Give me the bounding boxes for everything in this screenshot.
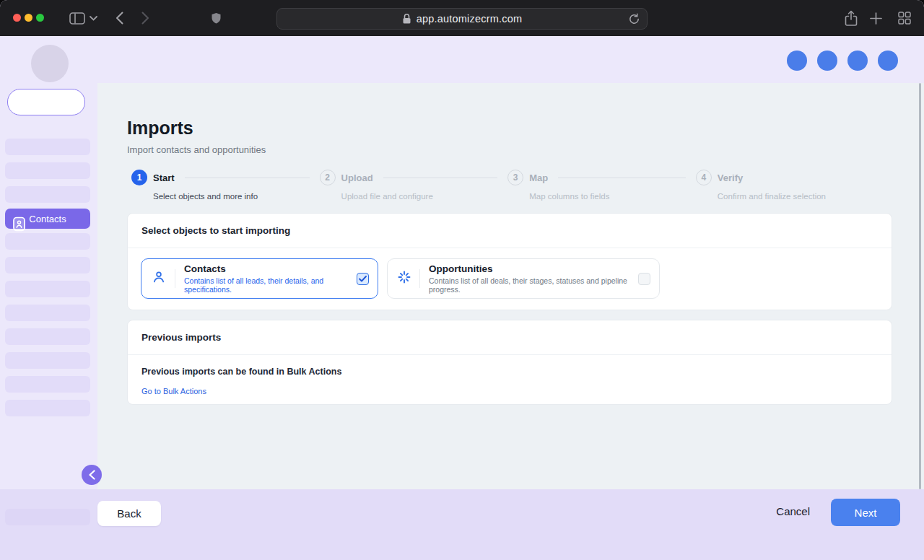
step-verify[interactable]: 4 Verify Confirm and finalize selection xyxy=(696,170,826,201)
sidebar-item-placeholder[interactable] xyxy=(5,186,90,203)
sidebar-item-placeholder[interactable] xyxy=(5,233,90,250)
header-action-dot-1[interactable] xyxy=(787,51,807,71)
step-map[interactable]: 3 Map Map columns to fields xyxy=(507,170,696,201)
browser-window: app.automizecrm.com Contacts xyxy=(0,0,924,560)
cancel-button[interactable]: Cancel xyxy=(776,505,810,517)
page-title: Imports xyxy=(127,118,193,139)
sidebar-item-placeholder[interactable] xyxy=(5,376,90,393)
step-number-badge: 2 xyxy=(320,170,336,185)
step-upload[interactable]: 2 Upload Upload file and configure xyxy=(320,170,508,201)
minimize-window-button[interactable] xyxy=(25,14,32,22)
card-divider xyxy=(175,269,175,288)
sidebar-collapse-button[interactable] xyxy=(82,465,102,485)
privacy-shield-icon[interactable] xyxy=(211,12,222,25)
back-icon[interactable] xyxy=(116,12,123,25)
card-description: Contains list of all deals, their stages… xyxy=(429,276,638,294)
step-connector xyxy=(185,178,310,178)
vertical-scrollbar[interactable] xyxy=(919,83,921,489)
import-stepper: 1 Start Select objects and more info 2 U… xyxy=(131,170,826,201)
card-title: Contacts xyxy=(184,263,357,274)
step-number-badge: 3 xyxy=(507,170,523,185)
close-window-button[interactable] xyxy=(13,14,21,22)
sidebar-item-placeholder[interactable] xyxy=(5,509,90,525)
previous-imports-text: Previous imports can be found in Bulk Ac… xyxy=(141,367,878,377)
step-connector xyxy=(383,178,498,178)
back-button[interactable]: Back xyxy=(97,501,161,526)
sidebar-item-placeholder[interactable] xyxy=(5,400,90,416)
address-bar[interactable]: app.automizecrm.com xyxy=(276,8,648,30)
contacts-object-card[interactable]: Contacts Contains list of all leads, the… xyxy=(141,258,378,299)
card-title: Opportunities xyxy=(429,263,638,274)
sidebar-workspace-button[interactable] xyxy=(7,89,85,115)
select-objects-panel-title: Select objects to start importing xyxy=(128,214,892,248)
page-subtitle: Import contacts and opportunities xyxy=(127,144,266,155)
avatar xyxy=(31,45,69,82)
tab-overview-icon[interactable] xyxy=(898,12,911,25)
opportunities-object-card[interactable]: Opportunities Contains list of all deals… xyxy=(387,258,660,299)
footer-bar: Back Cancel Next xyxy=(0,489,924,560)
sidebar-item-placeholder[interactable] xyxy=(5,305,90,321)
browser-toolbar: app.automizecrm.com xyxy=(0,0,924,36)
step-number-badge: 4 xyxy=(696,170,712,185)
sidebar-item-placeholder[interactable] xyxy=(5,257,90,274)
contacts-icon xyxy=(152,270,166,287)
url-text: app.automizecrm.com xyxy=(417,13,522,25)
header-action-dot-2[interactable] xyxy=(817,51,837,71)
lock-icon xyxy=(402,13,411,25)
forward-icon[interactable] xyxy=(141,12,149,25)
opportunities-icon xyxy=(398,271,411,286)
step-number-badge: 1 xyxy=(131,170,147,185)
chevron-down-icon[interactable] xyxy=(90,16,97,21)
select-objects-panel: Select objects to start importing Contac… xyxy=(127,213,892,310)
new-tab-icon[interactable] xyxy=(870,12,882,25)
sidebar-item-placeholder[interactable] xyxy=(5,352,90,369)
opportunities-checkbox[interactable] xyxy=(638,273,650,285)
sidebar-item-contacts-label: Contacts xyxy=(29,214,66,224)
sidebar-item-placeholder[interactable] xyxy=(5,328,90,345)
header-action-dot-4[interactable] xyxy=(878,51,898,71)
chevron-left-icon xyxy=(88,470,96,480)
step-connector xyxy=(558,178,686,178)
sidebar-item-placeholder[interactable] xyxy=(5,139,90,155)
sidebar-item-placeholder[interactable] xyxy=(5,281,90,297)
previous-imports-panel-title: Previous imports xyxy=(128,320,892,355)
previous-imports-panel: Previous imports Previous imports can be… xyxy=(127,320,892,405)
reload-icon[interactable] xyxy=(628,13,640,25)
zoom-window-button[interactable] xyxy=(36,14,44,22)
main-content: Imports Import contacts and opportunitie… xyxy=(97,83,924,489)
header-action-dot-3[interactable] xyxy=(847,51,868,71)
sidebar-item-placeholder[interactable] xyxy=(5,162,90,179)
share-icon[interactable] xyxy=(845,10,858,27)
go-to-bulk-actions-link[interactable]: Go to Bulk Actions xyxy=(141,387,206,395)
card-divider xyxy=(419,269,420,288)
step-start[interactable]: 1 Start Select objects and more info xyxy=(131,170,320,201)
next-button[interactable]: Next xyxy=(831,499,900,526)
sidebar-toggle-icon[interactable] xyxy=(69,12,85,25)
card-description: Contains list of all leads, their detail… xyxy=(184,276,357,294)
contacts-checkbox[interactable] xyxy=(357,273,369,285)
contact-badge-icon xyxy=(13,216,25,235)
